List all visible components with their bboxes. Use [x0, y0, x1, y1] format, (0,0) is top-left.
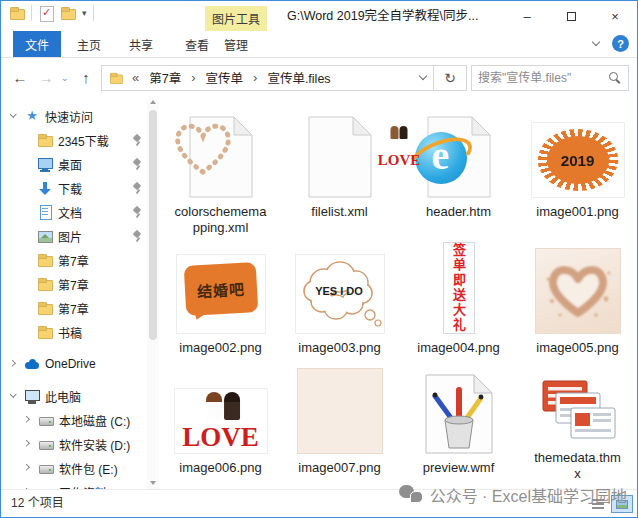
file-tile[interactable]: themedata.thmx [518, 362, 637, 482]
chevron-down-icon[interactable] [10, 392, 18, 400]
close-button[interactable]: × [593, 1, 637, 31]
breadcrumb-overflow[interactable]: « [129, 70, 142, 85]
new-folder-icon[interactable] [60, 5, 76, 21]
item-count: 12 个项目 [11, 496, 64, 510]
tab-home[interactable]: 主页 [65, 31, 113, 57]
file-tile[interactable]: 结婚吧 image002.png [161, 242, 280, 362]
chevron-right-icon[interactable] [24, 440, 32, 448]
file-thumbnail: 结婚吧 [161, 242, 280, 336]
sidebar-item-label: 快速访问 [45, 108, 93, 125]
sidebar-item-chapter7[interactable]: 第7章 [1, 272, 159, 296]
tab-file[interactable]: 文件 [13, 31, 61, 57]
speech-bubble-thumbnail: 结婚吧 [176, 254, 266, 334]
address-dropdown-chevron-icon[interactable] [419, 73, 431, 83]
file-tile[interactable]: YES I DO image003.png [280, 242, 399, 362]
expand-ribbon-chevron-icon[interactable] [592, 39, 602, 49]
address-divider [433, 66, 434, 90]
address-bar[interactable]: « 第7章 › 宣传单 › 宣传单.files ↻ [101, 65, 467, 91]
qat-customize-caret-icon[interactable]: ▾ [82, 5, 87, 21]
sidebar-item-2345-downloads[interactable]: 2345下载 [1, 128, 159, 152]
maximize-icon [567, 12, 576, 21]
breadcrumb-item[interactable]: 第7章 [147, 68, 183, 87]
breadcrumb-separator[interactable]: › [250, 70, 260, 85]
sidebar-item-desktop[interactable]: 桌面 [1, 152, 159, 176]
scroll-down-icon[interactable] [147, 477, 159, 489]
scrollbar-thumb[interactable] [149, 110, 157, 340]
folder-icon[interactable] [9, 5, 25, 21]
scroll-up-icon[interactable] [147, 96, 159, 108]
folder-icon [37, 132, 53, 148]
file-tile[interactable]: preview.wmf [399, 362, 518, 482]
file-thumbnail [399, 362, 518, 456]
file-tile[interactable]: e header.htm [399, 106, 518, 242]
sidebar-scrollbar[interactable] [147, 96, 159, 489]
search-input[interactable] [478, 71, 608, 85]
picture-tools-contextual-tab[interactable]: 图片工具 [205, 6, 267, 31]
address-folder-icon [109, 71, 123, 85]
file-name: image004.png [417, 340, 499, 356]
file-tile[interactable]: filelist.xml [280, 106, 399, 242]
wechat-icon [399, 485, 423, 505]
sidebar-item-chapter7[interactable]: 第7章 [1, 248, 159, 272]
file-name: image005.png [536, 340, 618, 356]
sidebar-item-label: 此电脑 [45, 388, 81, 405]
search-icon[interactable] [608, 71, 622, 85]
sidebar-item-pictures[interactable]: 图片 [1, 224, 159, 248]
navigation-bar: ← → ⌄ ↑ « 第7章 › 宣传单 › 宣传单.files ↻ [1, 59, 637, 96]
file-tile[interactable]: image005.png [518, 242, 637, 362]
chevron-right-icon[interactable] [24, 464, 32, 472]
sidebar-item-this-pc[interactable]: 此电脑 [1, 384, 159, 408]
sidebar-item-drive-e[interactable]: 软件包 (E:) [1, 456, 159, 480]
recent-locations-chevron-icon[interactable]: ⌄ [61, 73, 71, 83]
breadcrumb-separator[interactable]: › [188, 70, 198, 85]
sidebar-item-drive-f[interactable]: 工作资料 (F:) [1, 480, 159, 489]
file-tile[interactable]: 签单即送大礼 image004.png [399, 242, 518, 362]
file-tile[interactable]: LOVE image006.png [161, 362, 280, 482]
sidebar-item-drive-c[interactable]: 本地磁盘 (C:) [1, 408, 159, 432]
minimize-button[interactable]: – [505, 1, 549, 31]
ribbon-tab-bar: 文件 主页 共享 查看 管理 ? [1, 31, 637, 58]
drive-icon [38, 412, 54, 428]
file-thumbnail: 签单即送大礼 [399, 242, 518, 336]
file-name: image003.png [298, 340, 380, 356]
tab-manage[interactable]: 管理 [212, 31, 260, 57]
pictures-icon [37, 228, 53, 244]
heart-graphic [536, 249, 620, 333]
sidebar-item-downloads[interactable]: 下载 [1, 176, 159, 200]
maximize-button[interactable] [549, 1, 593, 31]
pin-icon [131, 158, 143, 170]
help-icon[interactable]: ? [612, 35, 629, 52]
properties-icon[interactable] [38, 5, 54, 21]
watermark-text: 公众号 · Excel基础学习园地 [430, 483, 627, 507]
chevron-right-icon[interactable] [10, 360, 18, 368]
up-button[interactable]: ↑ [75, 69, 97, 86]
speech-bubble-graphic: 结婚吧 [183, 262, 258, 316]
sidebar-item-label: 第7章 [58, 300, 89, 317]
file-tile[interactable]: LOVE image007.png [280, 362, 399, 482]
desktop-icon [37, 156, 53, 172]
file-name: themedata.thmx [532, 450, 624, 482]
refresh-icon[interactable]: ↻ [436, 70, 464, 86]
chevron-down-icon[interactable] [10, 112, 18, 120]
sidebar-item-label: 书稿 [58, 324, 82, 341]
sand-heart-thumbnail [535, 248, 621, 334]
watermark: 公众号 · Excel基础学习园地 [399, 483, 627, 507]
breadcrumb-item[interactable]: 宣传单.files [265, 68, 332, 87]
back-button[interactable]: ← [9, 69, 31, 86]
sidebar-item-quick-access[interactable]: ★ 快速访问 [1, 104, 159, 128]
heart-wreath-graphic [161, 106, 245, 190]
sidebar-item-manuscript[interactable]: 书稿 [1, 320, 159, 344]
sidebar-item-documents[interactable]: 文档 [1, 200, 159, 224]
breadcrumb-item[interactable]: 宣传单 [204, 68, 246, 87]
sidebar-item-chapter7[interactable]: 第7章 [1, 296, 159, 320]
tab-share[interactable]: 共享 [117, 31, 165, 57]
search-box[interactable] [471, 65, 629, 91]
toolbar-separator [93, 5, 94, 21]
chevron-right-icon[interactable] [24, 416, 32, 424]
sidebar-item-drive-d[interactable]: 软件安装 (D:) [1, 432, 159, 456]
drive-icon [38, 436, 54, 452]
sidebar-item-onedrive[interactable]: OneDrive [1, 352, 159, 376]
explorer-window: ▾ 图片工具 G:\Word 2019完全自学教程\同步... – × 文件 主… [0, 0, 638, 518]
file-tile[interactable]: 2019 image001.png [518, 106, 637, 242]
pin-icon [131, 230, 143, 242]
